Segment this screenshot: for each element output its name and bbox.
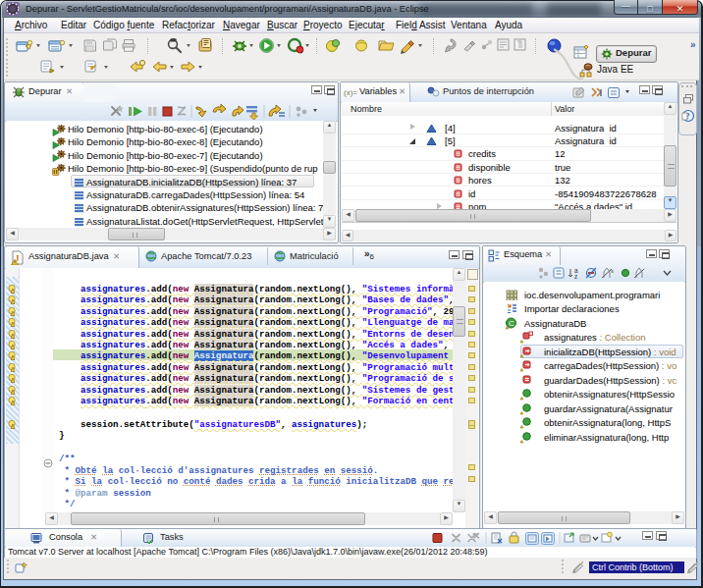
svg-text:(x)=: (x)= — [344, 88, 357, 97]
svg-text:C: C — [509, 319, 514, 328]
svg-text:z: z — [574, 273, 577, 280]
svg-text:s: s — [611, 268, 614, 274]
